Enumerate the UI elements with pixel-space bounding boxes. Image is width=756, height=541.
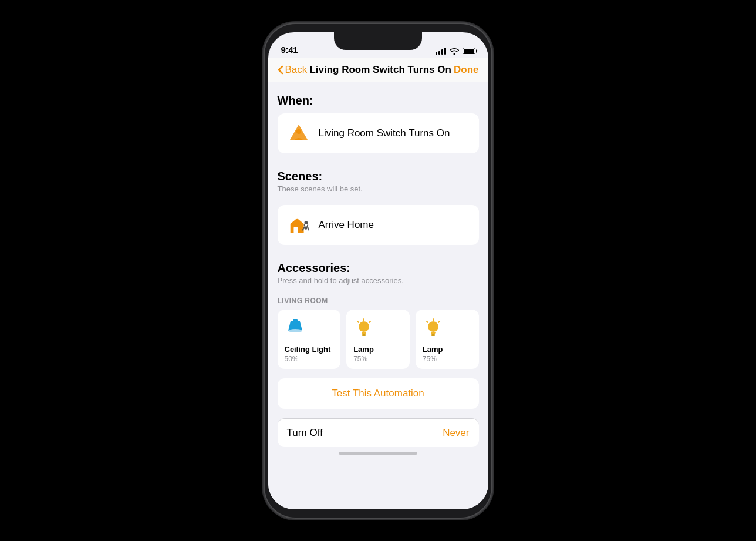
- lamp2-card[interactable]: Lamp 75%: [416, 310, 479, 369]
- svg-point-7: [359, 321, 369, 332]
- signal-icon: [436, 48, 446, 55]
- test-automation-label: Test This Automation: [332, 388, 424, 399]
- homekit-icon-area: [287, 122, 310, 145]
- ceiling-light-name: Ceiling Light: [285, 345, 331, 354]
- svg-line-10: [357, 321, 359, 322]
- svg-point-4: [304, 221, 308, 224]
- battery-icon: [463, 48, 475, 54]
- phone-frame: 9:41: [264, 23, 492, 519]
- lamp1-value: 75%: [353, 355, 367, 363]
- ceiling-light-icon: [285, 318, 306, 339]
- bottom-bar: Turn Off Never: [278, 418, 479, 447]
- back-button[interactable]: Back: [278, 64, 308, 76]
- when-section: When:: [268, 82, 488, 113]
- homekit-icon: [288, 122, 310, 145]
- svg-point-6: [288, 329, 302, 332]
- navigation-bar: Back Living Room Switch Turns On Done: [268, 58, 488, 82]
- nav-title: Living Room Switch Turns On: [307, 64, 454, 76]
- svg-rect-8: [362, 334, 366, 336]
- never-label[interactable]: Never: [443, 427, 469, 439]
- svg-line-16: [438, 321, 440, 322]
- arrive-home-icon: [287, 214, 310, 236]
- lamp1-icon: [353, 318, 374, 339]
- accessories-grid: Ceiling Light 50%: [268, 310, 488, 369]
- turn-off-label: Turn Off: [287, 427, 323, 439]
- scene-row: Arrive Home: [278, 205, 479, 245]
- scene-card[interactable]: Arrive Home: [278, 205, 479, 245]
- svg-rect-3: [291, 223, 302, 224]
- notch: [334, 32, 422, 50]
- lamp2-icon: [423, 318, 444, 339]
- ceiling-light-value: 50%: [285, 355, 299, 363]
- lamp2-value: 75%: [423, 355, 437, 363]
- test-automation-button[interactable]: Test This Automation: [278, 378, 479, 409]
- scroll-content[interactable]: When: Living Ro: [268, 82, 488, 505]
- room-label: LIVING ROOM: [268, 297, 488, 305]
- accessories-subtitle: Press and hold to adjust accessories.: [278, 276, 479, 285]
- accessories-section: Accessories: Press and hold to adjust ac…: [268, 250, 488, 297]
- lamp1-card[interactable]: Lamp 75%: [346, 310, 410, 369]
- status-time: 9:41: [281, 45, 298, 55]
- lamp1-name: Lamp: [353, 345, 374, 354]
- test-automation-card[interactable]: Test This Automation: [278, 378, 479, 409]
- wifi-icon: [450, 48, 459, 55]
- back-label: Back: [285, 64, 308, 76]
- svg-line-11: [369, 321, 370, 322]
- scenes-subtitle: These scenes will be set.: [278, 184, 479, 193]
- svg-line-15: [427, 321, 428, 322]
- status-icons: [436, 48, 475, 55]
- done-button[interactable]: Done: [454, 64, 479, 76]
- accessories-label: Accessories:: [278, 261, 479, 275]
- svg-rect-13: [431, 334, 435, 336]
- trigger-card[interactable]: Living Room Switch Turns On: [278, 113, 479, 153]
- arrive-home-icon-area: [287, 213, 310, 237]
- home-indicator: [339, 452, 417, 455]
- when-label: When:: [278, 94, 479, 107]
- svg-point-1: [296, 129, 301, 134]
- scenes-section: Scenes: These scenes will be set.: [268, 158, 488, 205]
- trigger-row: Living Room Switch Turns On: [278, 113, 479, 153]
- svg-rect-5: [293, 319, 298, 321]
- scenes-label: Scenes:: [278, 170, 479, 183]
- svg-rect-2: [293, 227, 298, 233]
- lamp2-name: Lamp: [423, 345, 443, 354]
- svg-point-12: [428, 321, 438, 332]
- trigger-name: Living Room Switch Turns On: [319, 127, 450, 139]
- phone-screen: 9:41: [268, 32, 488, 509]
- ceiling-light-card[interactable]: Ceiling Light 50%: [278, 310, 341, 369]
- scene-name: Arrive Home: [319, 219, 374, 231]
